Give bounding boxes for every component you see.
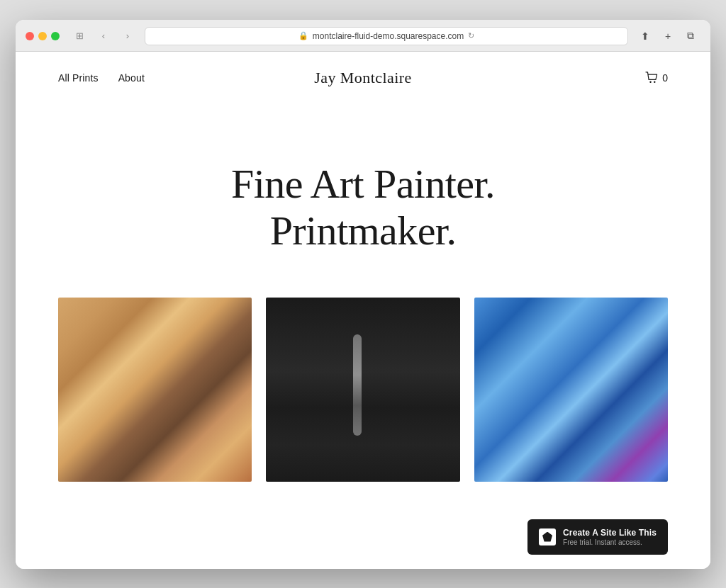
address-bar[interactable]: 🔒 montclaire-fluid-demo.squarespace.com … [145,27,628,45]
squarespace-logo-mark [542,532,552,542]
url-text: montclaire-fluid-demo.squarespace.com [313,31,464,41]
gallery-item-warm[interactable] [58,298,252,482]
forward-button[interactable]: › [118,28,138,44]
squarespace-cta-text: Create A Site Like This [563,528,657,538]
share-button[interactable]: ⬆ [635,28,655,44]
site-content: All Prints About Jay Montclaire 0 [16,52,710,569]
window-toggle-button[interactable]: ⊞ [69,28,89,44]
site-navigation: All Prints About Jay Montclaire 0 [16,52,710,104]
browser-actions: ⬆ + ⧉ [635,28,700,44]
nav-center: Jay Montclaire [314,69,412,87]
cart-icon [645,72,659,84]
squarespace-logo [539,528,556,545]
fullscreen-button[interactable] [51,32,60,40]
hero-title: Fine Art Painter. Printmaker. [231,161,495,255]
site-title: Jay Montclaire [314,69,412,86]
nav-right: 0 [645,72,668,84]
gallery-section [16,298,710,482]
squarespace-sub-text: Free trial. Instant access. [563,538,657,546]
close-button[interactable] [26,32,34,40]
reload-icon[interactable]: ↻ [468,31,474,40]
hero-section: Fine Art Painter. Printmaker. [16,104,710,298]
cart-button[interactable]: 0 [645,72,668,84]
back-button[interactable]: ‹ [94,28,113,44]
nav-link-all-prints[interactable]: All Prints [58,72,99,84]
squarespace-banner[interactable]: Create A Site Like This Free trial. Inst… [527,519,668,555]
minimize-button[interactable] [38,32,47,40]
gallery-item-blue[interactable] [474,298,668,482]
browser-controls: ⊞ ‹ › [69,28,138,44]
nav-link-about[interactable]: About [118,72,145,84]
nav-left: All Prints About [58,72,145,84]
cart-count: 0 [662,72,668,84]
hero-line-1: Fine Art Painter. [231,161,495,207]
svg-point-1 [654,81,655,82]
duplicate-button[interactable]: ⧉ [681,28,700,44]
hero-line-2: Printmaker. [270,208,457,254]
traffic-lights [26,32,60,40]
svg-point-0 [650,81,652,82]
squarespace-banner-text: Create A Site Like This Free trial. Inst… [563,528,657,546]
browser-window: ⊞ ‹ › 🔒 montclaire-fluid-demo.squarespac… [16,20,710,569]
gallery-item-dark[interactable] [266,298,459,482]
browser-chrome: ⊞ ‹ › 🔒 montclaire-fluid-demo.squarespac… [16,20,710,52]
lock-icon: 🔒 [298,31,308,40]
new-tab-button[interactable]: + [658,28,678,44]
